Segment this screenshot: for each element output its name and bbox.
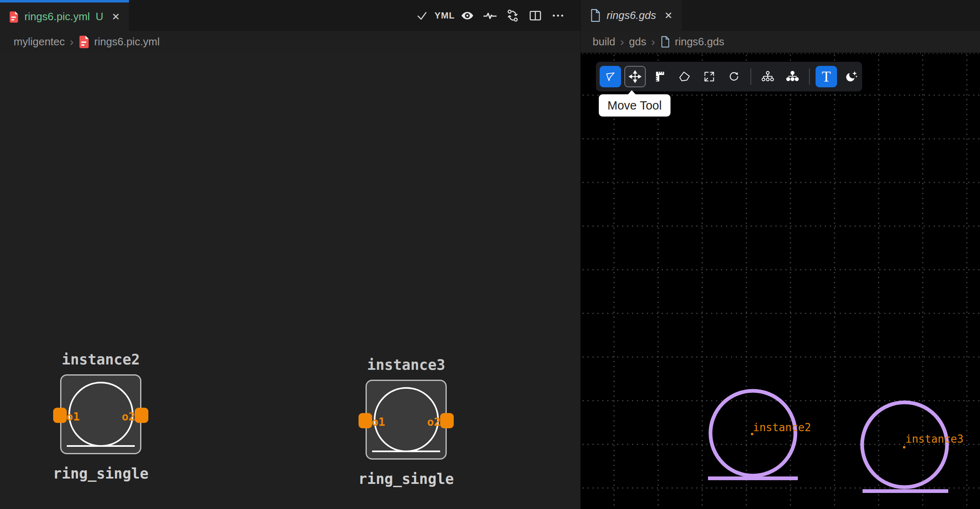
move-tool-button[interactable]: [624, 66, 646, 87]
eraser-tool-button[interactable]: [674, 66, 695, 87]
port-label-o2: o2: [122, 411, 135, 422]
gds-bus-instance3[interactable]: [863, 489, 948, 493]
tabbar-right: rings6.gds ✕: [581, 0, 980, 31]
port-label-o1: o1: [372, 416, 385, 427]
vscode-window: rings6.pic.yml U ✕ YML: [0, 0, 980, 509]
port-o2[interactable]: [135, 408, 148, 423]
cursor-arrow-icon: [603, 70, 617, 84]
expand-arrows-icon: [702, 70, 716, 84]
bus-waveguide-line: [372, 451, 440, 452]
close-tab-icon[interactable]: ✕: [112, 12, 120, 22]
zoom-fit-button[interactable]: [699, 66, 720, 87]
rotate-icon: [727, 70, 741, 84]
rotate-tool-button[interactable]: [723, 66, 745, 87]
gds-file-icon: [660, 36, 670, 48]
breadcrumb-file[interactable]: rings6.gds: [675, 35, 724, 48]
gds-bus-instance2[interactable]: [708, 476, 798, 480]
tabbar-left: rings6.pic.yml U ✕ YML: [0, 0, 580, 31]
editor-group-left: rings6.pic.yml U ✕ YML: [0, 0, 580, 509]
port-o2[interactable]: [440, 413, 454, 428]
breadcrumb: build › gds › rings6.gds: [581, 31, 980, 53]
gds-file-icon: [590, 9, 601, 22]
tab-rings6-pic-yml[interactable]: rings6.pic.yml U ✕: [0, 0, 129, 31]
breadcrumb-folder[interactable]: gds: [629, 35, 646, 48]
hierarchy-outline-icon: [760, 69, 775, 84]
ruler-icon: [653, 70, 667, 84]
tab-label: rings6.pic.yml: [24, 10, 90, 23]
schematic-canvas[interactable]: instance2 o1 o2 ring_single instance3: [0, 53, 580, 509]
yaml-file-icon: [79, 35, 89, 48]
gds-label-instance3: instance3: [905, 433, 964, 445]
gds-label-instance2: instance2: [753, 421, 811, 434]
eraser-icon: [678, 70, 692, 84]
component-label: ring_single: [359, 471, 454, 487]
port-o1[interactable]: [53, 408, 67, 423]
modified-badge: U: [96, 10, 103, 23]
tooltip: Move Tool: [599, 94, 671, 117]
port-label-o2: o2: [427, 416, 441, 427]
hierarchy-filled-icon: [785, 69, 800, 84]
dark-mode-toggle-button[interactable]: [840, 66, 862, 87]
text-labels-toggle-button[interactable]: T: [816, 66, 837, 87]
check-icon[interactable]: [415, 9, 429, 23]
chevron-right-icon: ›: [70, 35, 73, 49]
close-tab-icon[interactable]: ✕: [664, 11, 673, 21]
origin-marker-instance3: [903, 446, 905, 448]
component-label: ring_single: [53, 465, 149, 482]
more-actions-icon[interactable]: [551, 9, 565, 23]
breadcrumb-file[interactable]: rings6.pic.yml: [94, 35, 160, 48]
breadcrumb-folder[interactable]: myligentec: [14, 35, 65, 48]
breadcrumb: myligentec › rings6.pic.yml: [0, 31, 580, 53]
toolbar-separator: [809, 68, 810, 85]
bus-waveguide-line: [67, 445, 135, 447]
editor-group-right: rings6.gds ✕ build › gds › rings6.gds: [580, 0, 980, 509]
instance-title: instance3: [367, 356, 445, 374]
instance-body[interactable]: o1 o2: [60, 374, 141, 454]
hierarchy-filled-button[interactable]: [782, 66, 803, 87]
yml-language-badge[interactable]: YML: [438, 9, 452, 23]
port-label-o1: o1: [66, 411, 80, 422]
schematic-node-instance3: instance3 o1 o2 ring_single: [366, 356, 447, 487]
gds-layout-canvas[interactable]: instance2 instance3: [581, 53, 980, 509]
pulse-icon[interactable]: [483, 9, 497, 23]
hierarchy-outline-button[interactable]: [757, 66, 778, 87]
schematic-node-instance2: instance2 o1 o2 ring_single: [60, 350, 141, 482]
preview-eye-icon[interactable]: [460, 9, 474, 23]
ruler-tool-button[interactable]: [649, 66, 671, 87]
editor-actions-left: YML: [415, 0, 565, 31]
move-arrows-icon: [628, 69, 642, 84]
port-o1[interactable]: [359, 413, 372, 428]
instance-body[interactable]: o1 o2: [366, 380, 447, 460]
compare-changes-icon[interactable]: [506, 9, 520, 23]
moon-icon: [843, 69, 859, 84]
yaml-file-icon: [9, 9, 19, 24]
chevron-right-icon: ›: [620, 35, 624, 49]
chevron-right-icon: ›: [651, 35, 655, 49]
instance-title: instance2: [62, 350, 140, 369]
tab-label: rings6.gds: [607, 9, 656, 22]
split-editor-icon[interactable]: [528, 9, 542, 23]
text-tool-glyph: T: [822, 69, 831, 84]
tab-rings6-gds[interactable]: rings6.gds ✕: [581, 0, 682, 31]
toolbar-separator: [750, 68, 751, 85]
gds-toolbar: T: [596, 62, 862, 91]
breadcrumb-folder[interactable]: build: [593, 35, 615, 48]
select-tool-button[interactable]: [600, 66, 621, 87]
